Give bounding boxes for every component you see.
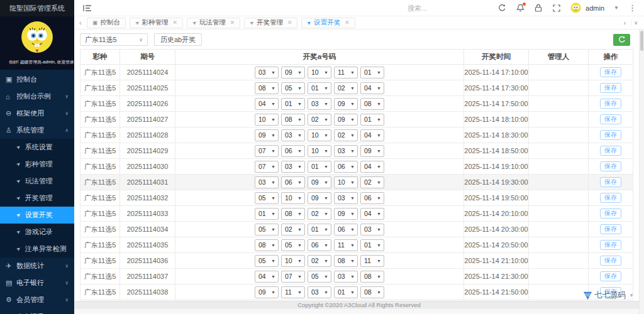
number-select[interactable]: 08▼ [255, 82, 279, 94]
sidebar-subitem-游戏记录[interactable]: ➤游戏记录 [0, 224, 74, 241]
number-select[interactable]: 11▼ [334, 67, 358, 78]
tab-设置开奖[interactable]: ➤设置开奖✕ [301, 18, 355, 28]
number-select[interactable]: 04▼ [360, 208, 384, 220]
number-select[interactable]: 08▼ [281, 208, 305, 220]
save-button[interactable]: 保存 [600, 256, 621, 266]
number-select[interactable]: 09▼ [334, 208, 358, 220]
number-select[interactable]: 01▼ [334, 286, 358, 298]
number-select[interactable]: 09▼ [308, 192, 331, 204]
number-select[interactable]: 04▼ [255, 271, 279, 283]
number-select[interactable]: 11▼ [334, 239, 358, 251]
number-select[interactable]: 01▼ [360, 239, 384, 251]
number-select[interactable]: 05▼ [308, 271, 331, 283]
tab-控制台[interactable]: ▣控制台 [87, 18, 126, 28]
number-select[interactable]: 02▼ [334, 129, 358, 141]
number-select[interactable]: 09▼ [281, 67, 305, 78]
number-select[interactable]: 11▼ [360, 255, 384, 267]
scrollbar-thumb[interactable] [640, 31, 643, 51]
number-select[interactable]: 09▼ [360, 145, 384, 157]
number-select[interactable]: 10▼ [308, 67, 331, 78]
number-select[interactable]: 06▼ [281, 176, 305, 188]
tab-close-icon[interactable]: ✕ [345, 19, 350, 26]
number-select[interactable]: 08▼ [360, 271, 384, 283]
sidebar-item-members[interactable]: ⚙会员管理∨ [0, 291, 74, 308]
history-ab-button[interactable]: 历史ab开奖 [154, 33, 202, 46]
more-menu-icon[interactable]: ⋮ [628, 4, 636, 12]
number-select[interactable]: 03▼ [334, 271, 358, 283]
user-avatar[interactable] [21, 21, 53, 53]
number-select[interactable]: 04▼ [360, 82, 384, 94]
number-select[interactable]: 08▼ [360, 286, 384, 298]
number-select[interactable]: 05▼ [255, 192, 279, 204]
collapse-sidebar-icon[interactable] [83, 4, 92, 13]
number-select[interactable]: 05▼ [281, 239, 305, 251]
number-select[interactable]: 02▼ [308, 114, 331, 126]
tab-close-icon[interactable]: ✕ [230, 19, 235, 26]
vertical-scrollbar[interactable] [639, 30, 644, 314]
sidebar-item-live-video[interactable]: ⊙真人视讯∨ [0, 308, 74, 314]
sidebar-subitem-玩法管理[interactable]: ➤玩法管理 [0, 173, 74, 190]
number-select[interactable]: 08▼ [281, 114, 305, 126]
number-select[interactable]: 10▼ [281, 255, 305, 267]
sidebar-subitem-开奖管理[interactable]: ➤开奖管理 [0, 190, 74, 207]
tab-开奖管理[interactable]: ➤开奖管理✕ [244, 18, 297, 28]
number-select[interactable]: 09▼ [334, 98, 358, 110]
number-select[interactable]: 01▼ [360, 67, 384, 78]
number-select[interactable]: 02▼ [360, 176, 384, 188]
number-select[interactable]: 08▼ [255, 239, 279, 251]
number-select[interactable]: 03▼ [281, 129, 305, 141]
number-select[interactable]: 09▼ [255, 286, 279, 298]
notification-icon[interactable] [516, 4, 525, 13]
save-button[interactable]: 保存 [600, 208, 621, 219]
number-select[interactable]: 06▼ [308, 239, 331, 251]
number-select[interactable]: 10▼ [281, 192, 305, 204]
save-button[interactable]: 保存 [600, 130, 621, 140]
save-button[interactable]: 保存 [600, 240, 621, 250]
tabs-scroll-right-icon[interactable]: › [622, 19, 627, 26]
lock-icon[interactable] [534, 4, 543, 13]
number-select[interactable]: 07▼ [281, 271, 305, 283]
number-select[interactable]: 09▼ [255, 129, 279, 141]
save-button[interactable]: 保存 [600, 271, 621, 281]
sidebar-item-e-bank[interactable]: ▤电子银行∨ [0, 274, 74, 291]
number-select[interactable]: 01▼ [308, 224, 331, 236]
tab-彩种管理[interactable]: ➤彩种管理✕ [130, 18, 183, 28]
number-select[interactable]: 03▼ [255, 176, 279, 188]
save-button[interactable]: 保存 [600, 193, 621, 203]
save-button[interactable]: 保存 [600, 161, 621, 171]
refresh-icon[interactable] [497, 4, 506, 13]
save-button[interactable]: 保存 [600, 99, 621, 109]
number-select[interactable]: 04▼ [360, 129, 384, 141]
sidebar-subitem-设置开奖[interactable]: ➤设置开奖 [0, 207, 74, 224]
sidebar-item-framework[interactable]: ⊖框架使用∨ [0, 105, 74, 122]
number-select[interactable]: 01▼ [308, 82, 331, 94]
number-select[interactable]: 02▼ [334, 82, 358, 94]
save-button[interactable]: 保存 [600, 146, 621, 156]
number-select[interactable]: 07▼ [255, 145, 279, 157]
number-select[interactable]: 03▼ [334, 145, 358, 157]
number-select[interactable]: 06▼ [334, 161, 358, 173]
number-select[interactable]: 10▼ [308, 145, 331, 157]
number-select[interactable]: 04▼ [360, 161, 384, 173]
sidebar-item-console-demo[interactable]: ⌂控制台示例∨ [0, 88, 74, 105]
number-select[interactable]: 06▼ [281, 145, 305, 157]
save-button[interactable]: 保存 [600, 224, 621, 234]
number-select[interactable]: 02▼ [308, 208, 331, 220]
sidebar-item-stats[interactable]: ✈数据统计∨ [0, 257, 74, 274]
number-select[interactable]: 01▼ [360, 114, 384, 126]
username-label[interactable]: admin [586, 4, 604, 12]
save-button[interactable]: 保存 [600, 83, 621, 93]
lottery-select[interactable]: 广东11选5 ∨ [80, 33, 148, 46]
number-select[interactable]: 03▼ [255, 67, 279, 78]
number-select[interactable]: 03▼ [334, 192, 358, 204]
number-select[interactable]: 06▼ [360, 192, 384, 204]
number-select[interactable]: 09▼ [308, 176, 331, 188]
number-select[interactable]: 11▼ [281, 286, 305, 298]
number-select[interactable]: 02▼ [281, 224, 305, 236]
number-select[interactable]: 10▼ [308, 129, 331, 141]
watermark-caret-icon[interactable]: ▼ [629, 293, 634, 298]
number-select[interactable]: 04▼ [255, 98, 279, 110]
number-select[interactable]: 05▼ [255, 224, 279, 236]
tab-玩法管理[interactable]: ➤玩法管理✕ [187, 18, 240, 28]
sidebar-subitem-系统设置[interactable]: ➤系统设置 [0, 139, 74, 156]
